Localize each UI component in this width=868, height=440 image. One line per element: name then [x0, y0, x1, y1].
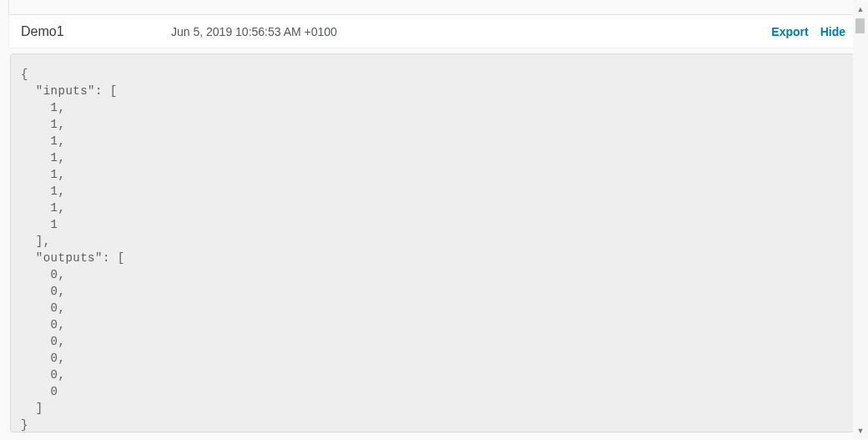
hide-button[interactable]: Hide	[820, 25, 845, 38]
upper-panel-edge	[8, 0, 856, 15]
code-content: { "inputs": [ 1, 1, 1, 1, 1, 1, 1, 1 ], …	[21, 66, 844, 432]
scroll-up-arrow-icon[interactable]: ▲	[853, 2, 868, 17]
scroll-track[interactable]	[853, 17, 868, 423]
code-panel: { "inputs": [ 1, 1, 1, 1, 1, 1, 1, 1 ], …	[10, 53, 855, 432]
vertical-scrollbar[interactable]: ▲ ▼	[853, 2, 868, 438]
item-timestamp: Jun 5, 2019 10:56:53 AM +0100	[171, 25, 337, 38]
item-header: Demo1 Jun 5, 2019 10:56:53 AM +0100 Expo…	[8, 15, 856, 48]
export-button[interactable]: Export	[771, 25, 808, 38]
scroll-thumb[interactable]	[855, 18, 865, 33]
scroll-down-arrow-icon[interactable]: ▼	[853, 423, 868, 438]
item-title: Demo1	[21, 24, 171, 39]
